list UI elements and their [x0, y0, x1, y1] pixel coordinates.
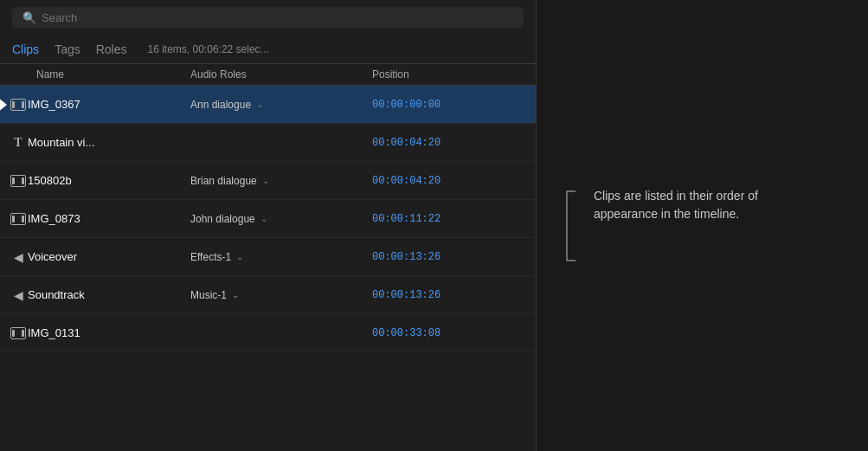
dropdown-arrow-icon[interactable]: ⌄	[232, 290, 239, 300]
table-body: IMG_0367 Ann dialogue⌄ 00:00:00:00 T Mou…	[0, 86, 536, 451]
table-row[interactable]: ◀ Voiceover Effects-1⌄ 00:00:13:26	[0, 238, 536, 276]
clip-position: 00:00:13:26	[372, 251, 511, 263]
film-icon	[10, 213, 26, 225]
clip-position: 00:00:04:20	[372, 137, 511, 149]
row-icon	[0, 327, 28, 339]
search-bar[interactable]: 🔍	[12, 7, 524, 29]
right-panel: Clips are listed in their order of appea…	[537, 0, 868, 451]
film-icon	[10, 327, 26, 339]
audio-icon: ◀	[14, 288, 23, 302]
table-row[interactable]: IMG_0131 00:00:33:08	[0, 314, 536, 352]
dropdown-arrow-icon[interactable]: ⌄	[236, 252, 243, 261]
audio-role-label: Music-1	[190, 289, 227, 301]
clip-position: 00:00:33:08	[372, 327, 511, 339]
table-header: Name Audio Roles Position	[0, 64, 536, 86]
tabs-bar: Clips Tags Roles 16 items, 00:06:22 sele…	[0, 35, 536, 64]
clip-name: Voiceover	[28, 250, 190, 263]
audio-role-label: Brian dialogue	[190, 175, 257, 187]
clip-name: Soundtrack	[28, 288, 190, 301]
tab-tags[interactable]: Tags	[55, 42, 80, 56]
audio-role-label: Ann dialogue	[190, 99, 251, 111]
clip-name: IMG_0873	[28, 212, 190, 225]
row-icon: ◀	[0, 250, 28, 264]
film-icon	[10, 175, 26, 187]
dropdown-arrow-icon[interactable]: ⌄	[256, 100, 263, 109]
row-icon	[0, 175, 28, 187]
clips-panel: 🔍 Clips Tags Roles 16 items, 00:06:22 se…	[0, 0, 537, 451]
row-icon	[0, 213, 28, 225]
table-row[interactable]: T Mountain vi... 00:00:04:20	[0, 124, 536, 162]
search-icon: 🔍	[23, 11, 36, 24]
table-row[interactable]: IMG_0367 Ann dialogue⌄ 00:00:00:00	[0, 86, 536, 124]
clip-name: 150802b	[28, 174, 190, 187]
film-icon	[10, 99, 26, 111]
annotation-bracket-icon	[563, 187, 580, 265]
clip-position: 00:00:11:22	[372, 213, 511, 225]
clip-name: Mountain vi...	[28, 136, 190, 149]
col-position-header: Position	[372, 68, 511, 81]
table-row[interactable]: IMG_0873 John dialogue⌄ 00:00:11:22	[0, 200, 536, 238]
audio-icon: ◀	[14, 250, 23, 264]
row-icon: T	[0, 136, 28, 150]
clip-position: 00:00:13:26	[372, 289, 511, 301]
clip-position: 00:00:04:20	[372, 175, 511, 187]
annotation-text: Clips are listed in their order of appea…	[594, 187, 784, 223]
title-icon: T	[14, 136, 22, 150]
dropdown-arrow-icon[interactable]: ⌄	[262, 176, 269, 185]
clip-position: 00:00:00:00	[372, 99, 511, 111]
audio-role-cell[interactable]: Brian dialogue⌄	[190, 175, 372, 187]
annotation: Clips are listed in their order of appea…	[563, 187, 784, 265]
audio-role-cell[interactable]: Effects-1⌄	[190, 251, 372, 263]
clip-name: IMG_0131	[28, 326, 190, 339]
tab-clips[interactable]: Clips	[12, 42, 39, 56]
table-row[interactable]: 150802b Brian dialogue⌄ 00:00:04:20	[0, 162, 536, 200]
audio-role-label: John dialogue	[190, 213, 255, 225]
audio-role-cell[interactable]: Music-1⌄	[190, 289, 372, 301]
table-row[interactable]: ◀ Soundtrack Music-1⌄ 00:00:13:26	[0, 276, 536, 314]
audio-role-label: Effects-1	[190, 251, 231, 263]
selection-status: 16 items, 00:06:22 selec...	[148, 43, 269, 55]
playhead-indicator	[0, 98, 9, 112]
audio-role-cell[interactable]: John dialogue⌄	[190, 213, 372, 225]
col-audio-header: Audio Roles	[190, 68, 372, 81]
row-icon: ◀	[0, 288, 28, 302]
audio-role-cell[interactable]: Ann dialogue⌄	[190, 99, 372, 111]
search-input[interactable]	[42, 11, 513, 24]
col-name-header: Name	[0, 68, 190, 81]
clip-name: IMG_0367	[28, 98, 190, 111]
tab-roles[interactable]: Roles	[96, 42, 127, 56]
dropdown-arrow-icon[interactable]: ⌄	[260, 214, 267, 223]
